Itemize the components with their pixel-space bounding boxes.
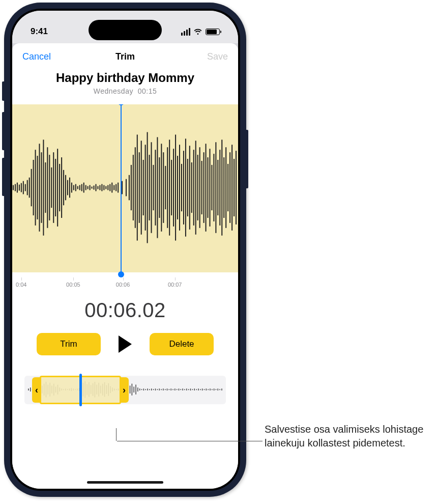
recording-title[interactable]: Happy birthday Mommy [12, 71, 238, 85]
overview-playhead[interactable] [79, 374, 82, 406]
cellular-icon [181, 28, 190, 36]
waveform-main[interactable]: 0:04 00:05 00:06 00:07 [12, 104, 238, 288]
page-title: Trim [115, 51, 135, 62]
callout-leader-line [117, 441, 263, 441]
battery-icon [206, 29, 220, 35]
trim-handle-right[interactable]: › [120, 377, 129, 403]
volume-up-button[interactable] [2, 112, 5, 150]
time-ruler: 0:04 00:05 00:06 00:07 [12, 272, 238, 288]
iphone-frame: 9:41 Cancel Trim [4, 3, 246, 497]
delete-button[interactable]: Delete [150, 333, 214, 355]
waveform-svg [12, 104, 238, 271]
trim-handle-left[interactable]: ‹ [32, 377, 41, 403]
power-button[interactable] [245, 130, 248, 188]
nav-bar: Cancel Trim Save [12, 43, 238, 70]
ruler-tick-label: 0:04 [16, 282, 26, 288]
controls-row: Trim Delete [12, 333, 238, 355]
home-indicator[interactable] [87, 481, 163, 484]
recording-duration: 00:15 [138, 87, 157, 95]
recording-subtitle: Wednesday 00:15 [12, 87, 238, 95]
mute-switch[interactable] [2, 81, 5, 101]
wifi-icon [193, 27, 202, 36]
dynamic-island [89, 20, 162, 40]
play-button[interactable] [114, 333, 136, 355]
callout-text: Salvestise osa valimiseks lohistage lain… [265, 423, 427, 450]
overview-track[interactable]: ‹ › [24, 376, 226, 404]
ruler-tick-label: 00:05 [66, 282, 80, 288]
ruler-tick-label: 00:06 [116, 282, 130, 288]
playhead[interactable] [121, 104, 122, 274]
cancel-button[interactable]: Cancel [22, 51, 51, 62]
screen: 9:41 Cancel Trim [12, 11, 238, 489]
trim-sheet: Cancel Trim Save Happy birthday Mommy We… [12, 43, 238, 489]
save-button: Save [207, 51, 228, 62]
timecode: 00:06.02 [12, 299, 238, 322]
status-clock: 9:41 [31, 26, 48, 37]
volume-down-button[interactable] [2, 158, 5, 196]
recording-day: Wednesday [94, 87, 133, 95]
trim-button[interactable]: Trim [37, 333, 101, 355]
ruler-tick-label: 00:07 [168, 282, 182, 288]
play-icon [119, 335, 132, 353]
screen-bezel: 9:41 Cancel Trim [10, 9, 240, 491]
